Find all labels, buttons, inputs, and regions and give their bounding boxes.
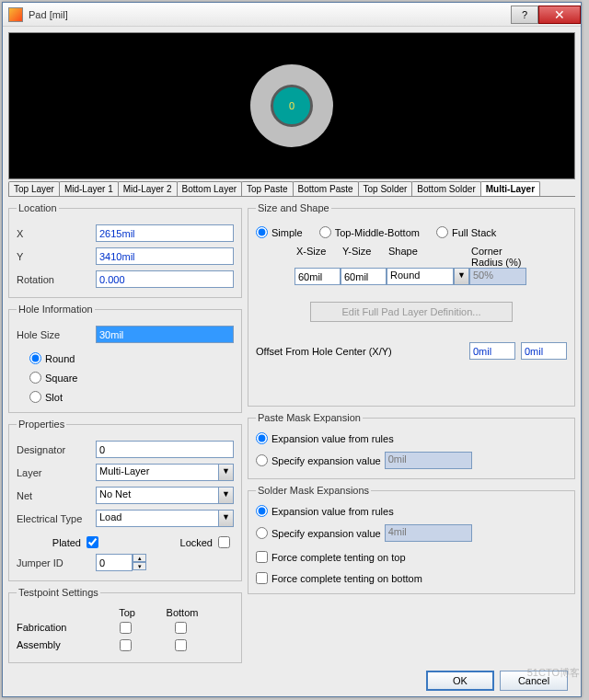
designator-label: Designator bbox=[17, 444, 96, 455]
properties-legend: Properties bbox=[17, 419, 66, 430]
close-button[interactable]: ✕ bbox=[538, 6, 581, 24]
corner-input: 50% bbox=[469, 268, 526, 285]
pad-outer-shape: 0 bbox=[250, 64, 333, 147]
hole-size-input[interactable] bbox=[96, 326, 234, 343]
fullstack-label: Full Stack bbox=[452, 227, 496, 238]
simple-label: Simple bbox=[271, 227, 303, 238]
solder-mask-group: Solder Mask Expansions Expansion value f… bbox=[248, 485, 575, 594]
tp-asm-label: Assembly bbox=[17, 639, 99, 653]
tab-bottom-paste[interactable]: Bottom Paste bbox=[293, 181, 359, 196]
jumper-down[interactable]: ▾ bbox=[133, 562, 146, 570]
tab-top-layer[interactable]: Top Layer bbox=[8, 181, 60, 196]
solder-rules-radio[interactable] bbox=[256, 505, 268, 517]
help-button[interactable]: ? bbox=[511, 6, 538, 24]
net-combo[interactable]: No Net bbox=[96, 487, 218, 504]
layer-combo-drop[interactable]: ▼ bbox=[218, 464, 234, 481]
jumper-label: Jumper ID bbox=[17, 557, 96, 568]
xsize-input[interactable] bbox=[294, 268, 341, 285]
properties-group: Properties Designator LayerMulti-Layer▼ … bbox=[8, 419, 242, 581]
tp-bottom-header: Bottom bbox=[155, 607, 210, 618]
pad-hole: 0 bbox=[271, 85, 313, 127]
layer-label: Layer bbox=[17, 467, 96, 478]
simple-radio[interactable] bbox=[256, 226, 268, 238]
plated-checkbox[interactable] bbox=[87, 536, 98, 548]
tp-fab-label: Fabrication bbox=[17, 622, 99, 636]
rotation-input[interactable] bbox=[96, 270, 234, 288]
solder-specify-radio[interactable] bbox=[256, 527, 268, 539]
paste-specify-label: Specify expansion value bbox=[271, 455, 381, 466]
plated-label: Plated bbox=[17, 537, 81, 548]
tp-fab-top[interactable] bbox=[120, 622, 132, 634]
xsize-header: X-Size bbox=[294, 246, 341, 268]
shape-header: Shape bbox=[387, 246, 469, 268]
net-combo-drop[interactable]: ▼ bbox=[218, 487, 234, 504]
hole-round-radio[interactable] bbox=[29, 352, 41, 364]
paste-mask-group: Paste Mask Expansion Expansion value fro… bbox=[248, 412, 575, 479]
tp-fab-bottom[interactable] bbox=[175, 622, 187, 634]
dialog-window: Pad [mil] ? ✕ 0 Top Layer Mid-Layer 1 Mi… bbox=[2, 2, 582, 697]
testpoint-group: Testpoint Settings TopBottom Fabrication… bbox=[8, 587, 242, 663]
x-label: X bbox=[17, 228, 96, 239]
shape-combo-drop[interactable]: ▼ bbox=[454, 268, 469, 285]
locked-checkbox[interactable] bbox=[218, 536, 230, 548]
tent-bottom-label: Force complete tenting on bottom bbox=[271, 573, 422, 584]
offset-label: Offset From Hole Center (X/Y) bbox=[256, 346, 464, 357]
size-shape-legend: Size and Shape bbox=[256, 202, 331, 213]
tab-mid-layer-1[interactable]: Mid-Layer 1 bbox=[59, 181, 119, 196]
shape-combo[interactable]: Round bbox=[387, 268, 454, 285]
tab-multi-layer[interactable]: Multi-Layer bbox=[480, 181, 540, 196]
tab-mid-layer-2[interactable]: Mid-Layer 2 bbox=[118, 181, 178, 196]
etype-combo[interactable]: Load bbox=[96, 510, 218, 527]
offset-x-input[interactable] bbox=[469, 342, 515, 360]
tab-top-solder[interactable]: Top Solder bbox=[358, 181, 413, 196]
titlebar[interactable]: Pad [mil] ? ✕ bbox=[3, 3, 581, 27]
size-shape-group: Size and Shape Simple Top-Middle-Bottom … bbox=[248, 202, 575, 407]
hole-group: Hole Information Hole Size Round Square … bbox=[8, 304, 242, 413]
solder-specify-label: Specify expansion value bbox=[271, 528, 381, 539]
paste-mask-legend: Paste Mask Expansion bbox=[256, 412, 363, 423]
tmb-radio[interactable] bbox=[319, 226, 331, 238]
tab-top-paste[interactable]: Top Paste bbox=[241, 181, 293, 196]
pad-preview: 0 bbox=[8, 32, 575, 179]
locked-label: Locked bbox=[102, 537, 213, 548]
paste-value-input: 0mil bbox=[385, 452, 472, 469]
tent-top-label: Force complete tenting on top bbox=[271, 552, 406, 563]
ysize-input[interactable] bbox=[341, 268, 387, 285]
tab-bottom-solder[interactable]: Bottom Solder bbox=[411, 181, 480, 196]
etype-combo-drop[interactable]: ▼ bbox=[218, 510, 234, 527]
solder-value-input: 4mil bbox=[385, 524, 472, 542]
tp-asm-top[interactable] bbox=[120, 639, 132, 651]
hole-slot-radio[interactable] bbox=[29, 391, 41, 403]
testpoint-legend: Testpoint Settings bbox=[17, 587, 100, 598]
location-group: Location X Y Rotation bbox=[8, 202, 242, 298]
ok-button[interactable]: OK bbox=[426, 671, 494, 691]
designator-input[interactable] bbox=[96, 441, 234, 458]
paste-specify-radio[interactable] bbox=[256, 454, 268, 466]
y-input[interactable] bbox=[96, 247, 234, 265]
tmb-label: Top-Middle-Bottom bbox=[335, 227, 420, 238]
x-input[interactable] bbox=[96, 224, 234, 242]
hole-slot-label: Slot bbox=[45, 392, 63, 403]
fullstack-radio[interactable] bbox=[436, 226, 448, 238]
hole-square-label: Square bbox=[45, 373, 77, 384]
solder-rules-label: Expansion value from rules bbox=[271, 506, 394, 517]
solder-mask-legend: Solder Mask Expansions bbox=[256, 485, 371, 496]
layer-tabs: Top Layer Mid-Layer 1 Mid-Layer 2 Bottom… bbox=[8, 181, 575, 197]
tent-bottom-checkbox[interactable] bbox=[256, 572, 268, 584]
tent-top-checkbox[interactable] bbox=[256, 551, 268, 563]
ysize-header: Y-Size bbox=[341, 246, 387, 268]
tab-bottom-layer[interactable]: Bottom Layer bbox=[177, 181, 242, 196]
offset-y-input[interactable] bbox=[521, 342, 567, 360]
window-title: Pad [mil] bbox=[29, 9, 511, 20]
tp-asm-bottom[interactable] bbox=[175, 639, 187, 651]
jumper-input[interactable] bbox=[96, 554, 133, 571]
layer-combo[interactable]: Multi-Layer bbox=[96, 464, 218, 481]
hole-legend: Hole Information bbox=[17, 304, 95, 315]
pad-designator-preview: 0 bbox=[289, 100, 294, 111]
edit-full-button: Edit Full Pad Layer Definition... bbox=[310, 302, 513, 322]
hole-round-label: Round bbox=[45, 353, 75, 364]
hole-square-radio[interactable] bbox=[29, 372, 41, 384]
rotation-label: Rotation bbox=[17, 274, 96, 285]
jumper-up[interactable]: ▴ bbox=[133, 554, 146, 562]
paste-rules-radio[interactable] bbox=[256, 432, 268, 444]
